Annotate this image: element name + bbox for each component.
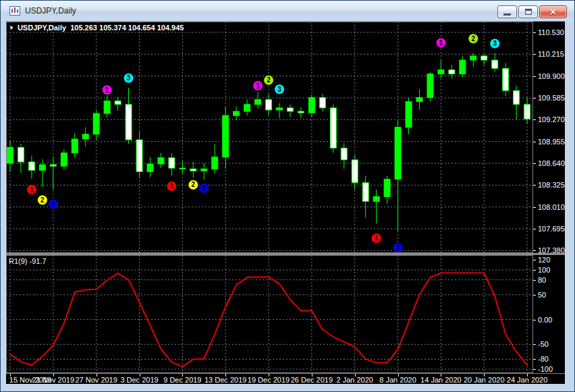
candle-body — [180, 168, 186, 169]
window-title: USDJPY,Daily — [25, 6, 76, 16]
mt4-chart-window: USDJPY,Daily ✕ 1231312312313123 ▼USDJPY,… — [0, 0, 575, 392]
chart-client-area: 1231312312313123 ▼USDJPY,Daily 105.263 1… — [6, 21, 565, 384]
candle-body — [266, 100, 272, 110]
date-label: 21 Nov 2019 — [30, 376, 77, 384]
signal-marker-number: 1 — [439, 39, 443, 47]
price-tick-mark — [533, 207, 536, 208]
date-label: 13 Dec 2019 — [202, 376, 249, 384]
chart-icon[interactable] — [9, 5, 20, 16]
date-label: 3 Dec 2019 — [116, 376, 163, 384]
signal-marker-number: 2 — [471, 35, 475, 43]
oscillator-axis-label: 120 — [538, 256, 550, 264]
date-label: 20 Jan 2020 — [460, 376, 508, 384]
date-label: 27 Nov 2019 — [73, 376, 120, 384]
candle-body — [492, 60, 498, 68]
candle-body — [362, 183, 368, 202]
oscillator-label: R1(9) -91.7 — [9, 257, 47, 265]
candle-body — [28, 162, 34, 170]
candle-body — [18, 147, 24, 162]
date-label: 9 Dec 2019 — [159, 376, 206, 384]
candle-body — [234, 111, 240, 115]
signal-marker-number: 1 — [375, 234, 379, 242]
price-chart[interactable]: 1231312312313123 ▼USDJPY,Daily 105.263 1… — [6, 22, 533, 253]
price-label: 110.215 — [538, 50, 564, 58]
candle-body — [147, 164, 153, 171]
candle-body — [319, 98, 325, 108]
signal-marker-number: 1 — [170, 182, 174, 190]
candle-body — [212, 157, 218, 169]
signal-marker-number: 3 — [493, 40, 497, 47]
oscillator-tick-mark — [533, 344, 536, 345]
signal-marker-number: 3 — [51, 200, 55, 208]
oscillator-axis-label: -50 — [538, 340, 549, 348]
window-controls: ✕ — [496, 5, 567, 18]
date-label: 2 Jan 2020 — [331, 376, 379, 384]
signal-marker-number: 3 — [396, 244, 400, 252]
signal-marker-number: 1 — [105, 86, 109, 94]
candle-body — [93, 113, 99, 134]
candle-body — [61, 153, 67, 167]
date-label: 19 Dec 2019 — [245, 376, 292, 384]
signal-marker-number: 2 — [192, 181, 196, 188]
candle-body — [298, 111, 304, 113]
close-icon: ✕ — [549, 8, 556, 16]
oscillator-axis-label: -100 — [538, 365, 553, 373]
date-axis[interactable]: 15 Nov 201921 Nov 201927 Nov 20193 Dec 2… — [6, 373, 565, 385]
candle-body — [158, 158, 164, 164]
price-label: 108.325 — [538, 181, 565, 189]
signal-marker-number: 3 — [277, 86, 281, 93]
chevron-down-icon[interactable]: ▼ — [9, 25, 14, 31]
candle-body — [126, 105, 132, 140]
price-label: 109.270 — [538, 115, 565, 123]
oscillator-tick-mark — [533, 359, 536, 360]
candle-body — [341, 148, 347, 159]
price-tick-mark — [533, 250, 536, 251]
oscillator-axis-label: 50 — [538, 291, 546, 299]
price-label: 108.010 — [538, 203, 565, 211]
restore-icon — [525, 9, 532, 15]
candle-body — [104, 101, 110, 113]
close-button[interactable]: ✕ — [539, 5, 567, 18]
price-tick-mark — [533, 76, 536, 77]
candle-body — [406, 102, 412, 128]
candle-body — [503, 68, 509, 90]
signal-marker-number: 1 — [30, 186, 34, 194]
oscillator-tick-mark — [533, 270, 536, 271]
candle-body — [427, 74, 433, 98]
candle-body — [470, 56, 476, 60]
minimize-button[interactable] — [497, 5, 517, 18]
candle-body — [416, 98, 422, 102]
signal-marker-number: 3 — [127, 74, 131, 82]
candle-body — [201, 169, 207, 171]
price-label: 109.900 — [538, 72, 565, 80]
candle-body — [395, 128, 401, 179]
chart-header-symbol: USDJPY,Daily — [18, 24, 66, 32]
price-label: 110.530 — [538, 28, 564, 36]
date-label: 26 Dec 2019 — [288, 376, 335, 384]
price-tick-mark — [533, 185, 536, 186]
title-bar[interactable]: USDJPY,Daily ✕ — [1, 1, 574, 21]
price-tick-mark — [533, 229, 536, 229]
oscillator-axis-label: 0.00 — [538, 316, 552, 324]
oscillator-axis-label: 100 — [538, 266, 550, 274]
price-label: 108.640 — [538, 159, 565, 167]
oscillator-axis[interactable]: 12010080500.00-50-80-100 — [533, 255, 565, 373]
oscillator-tick-mark — [533, 295, 536, 296]
date-label: 24 Jan 2020 — [503, 376, 551, 384]
candle-body — [373, 196, 379, 201]
candle-body — [136, 140, 142, 171]
candle-body — [50, 165, 56, 166]
oscillator-chart[interactable]: R1(9) -91.7 — [6, 255, 533, 373]
oscillator-axis-label: -80 — [538, 355, 549, 363]
restore-button[interactable] — [518, 5, 538, 18]
candle-body — [524, 105, 530, 119]
candle-body — [72, 139, 78, 153]
chart-header: ▼USDJPY,Daily 105.263 105.374 104.654 10… — [9, 24, 184, 32]
minimize-icon — [503, 13, 511, 16]
candle-body — [384, 179, 390, 197]
signal-marker-number: 2 — [40, 196, 45, 204]
price-axis[interactable]: 110.530110.215109.900109.585109.270108.9… — [533, 22, 565, 253]
price-tick-mark — [533, 142, 536, 142]
chart-header-ohlc: 105.263 105.374 104.654 104.945 — [70, 24, 184, 32]
candle-body — [7, 147, 13, 163]
